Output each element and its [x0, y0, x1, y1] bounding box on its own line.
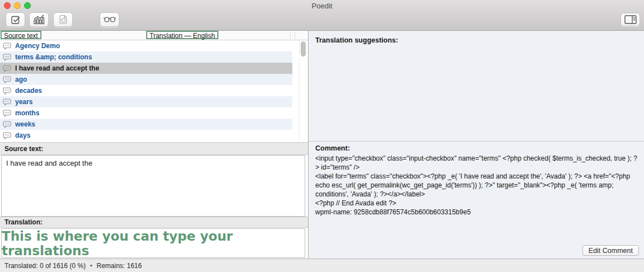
column-separator — [290, 32, 291, 39]
main-area: Source text Translation — English Agency… — [0, 31, 644, 259]
translated-count: Translated: 0 of 1616 (0 %) — [4, 262, 86, 270]
row-source-text: I have read and accept the — [15, 64, 99, 72]
comment-text: <input type="checkbox" class="input-chec… — [315, 154, 637, 217]
close-button[interactable] — [4, 2, 11, 9]
zoom-button[interactable] — [24, 2, 31, 9]
table-row[interactable]: I have read and accept the — [0, 63, 292, 74]
table-row[interactable]: years — [0, 96, 292, 107]
sidebar-section-divider — [309, 141, 644, 142]
row-source-text: decades — [15, 87, 42, 95]
row-source-text: ago — [15, 76, 27, 83]
source-text-label: Source text: — [0, 142, 308, 155]
update-from-code-button[interactable] — [53, 12, 73, 27]
table-row[interactable]: Agency Demo — [0, 40, 292, 51]
translation-placeholder: This is where you can type your translat… — [2, 229, 305, 258]
table-row[interactable]: terms &amp; conditions — [0, 51, 292, 63]
glasses-icon — [103, 16, 116, 24]
minimize-button[interactable] — [14, 2, 21, 9]
translation-suggestions-label: Translation suggestions: — [315, 36, 398, 44]
row-source-text: weeks — [15, 120, 35, 128]
comment-label: Comment: — [315, 144, 350, 152]
column-header-translation[interactable]: Translation — English — [146, 31, 218, 39]
scrollbar-track — [299, 40, 300, 141]
comment-bubble-icon — [3, 110, 11, 117]
column-separator — [295, 32, 295, 39]
window-title: Poedit — [0, 2, 644, 10]
column-header-source[interactable]: Source text — [1, 31, 41, 39]
status-separator: • — [90, 262, 92, 269]
table-row[interactable]: days — [0, 130, 292, 141]
document-refresh-icon — [58, 14, 69, 25]
comment-bubble-icon — [3, 76, 11, 83]
table-row[interactable]: decades — [0, 85, 292, 96]
remains-count: Remains: 1616 — [96, 262, 142, 270]
comment-bubble-icon — [3, 99, 11, 106]
scrollbar-thumb[interactable] — [301, 41, 306, 57]
table-row[interactable]: months — [0, 107, 292, 119]
toggle-sidebar-button[interactable] — [620, 13, 640, 26]
sidebar-panel: Translation suggestions: Comment: <input… — [309, 31, 644, 259]
comment-bubble-icon — [3, 43, 11, 50]
statistics-button[interactable] — [29, 12, 49, 27]
edit-comment-button[interactable]: Edit Comment — [582, 245, 639, 256]
poedit-window: Poedit — [0, 0, 644, 272]
row-source-text: years — [15, 98, 32, 106]
comment-bubble-icon — [3, 132, 11, 139]
table-row[interactable]: ago — [0, 74, 292, 85]
row-source-text: Agency Demo — [15, 42, 60, 50]
comment-bubble-icon — [3, 87, 11, 95]
translation-input[interactable]: This is where you can type your translat… — [1, 228, 305, 258]
status-bar: Translated: 0 of 1616 (0 %) • Remains: 1… — [0, 259, 644, 272]
row-source-text: months — [15, 109, 39, 117]
checkbox-check-icon — [10, 14, 21, 25]
source-text-box: I have read and accept the — [1, 155, 305, 217]
comment-bubble-icon — [3, 65, 11, 72]
row-source-text: days — [15, 132, 30, 139]
translation-label: Translation: — [0, 217, 308, 228]
comment-bubble-icon — [3, 121, 11, 128]
sidebar-panel-icon — [624, 15, 637, 24]
validate-button[interactable] — [6, 12, 25, 27]
comment-bubble-icon — [3, 54, 11, 61]
catalog-header: Source text Translation — English — [0, 31, 308, 40]
titlebar-toolbar: Poedit — [0, 0, 644, 31]
catalog-list: Agency Demoterms &amp; conditionsI have … — [0, 40, 308, 141]
table-row[interactable]: weeks — [0, 119, 292, 130]
row-source-text: terms &amp; conditions — [15, 53, 92, 61]
bar-chart-icon — [33, 15, 45, 25]
proofread-button[interactable] — [100, 12, 119, 27]
